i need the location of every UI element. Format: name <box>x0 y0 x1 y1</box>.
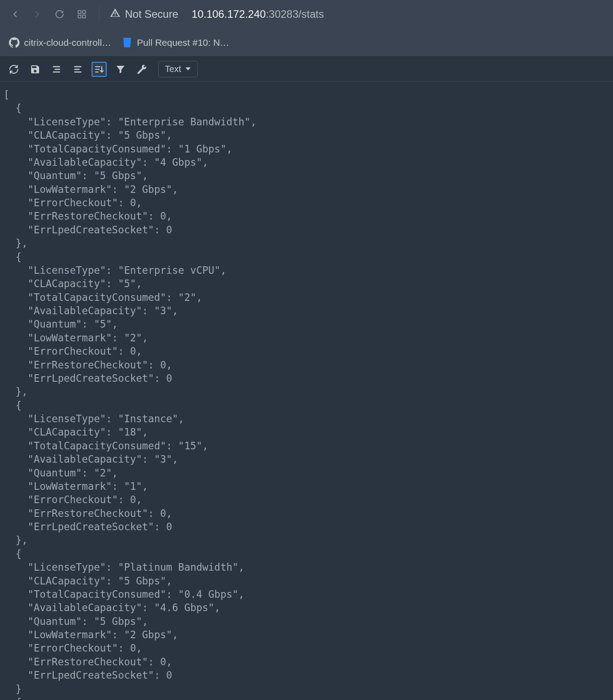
indent-left-icon[interactable] <box>70 62 85 77</box>
reload-button[interactable] <box>53 8 66 20</box>
url-port-path: :30283/stats <box>266 8 324 20</box>
security-label: Not Secure <box>125 8 178 20</box>
back-button[interactable] <box>9 8 21 20</box>
bitbucket-icon <box>122 37 132 48</box>
refresh-icon[interactable] <box>6 62 21 77</box>
chevron-down-icon <box>185 64 191 74</box>
save-icon[interactable] <box>28 62 43 77</box>
bookmark-label: citrix-cloud-controll… <box>24 37 111 48</box>
svg-rect-3 <box>83 15 85 18</box>
bookmarks-row: citrix-cloud-controll… Pull Request #10:… <box>0 28 613 57</box>
apps-grid-icon[interactable] <box>76 8 88 20</box>
url-text[interactable]: 10.106.172.240:30283/stats <box>192 8 324 20</box>
wrench-icon[interactable] <box>134 62 149 77</box>
svg-rect-2 <box>78 15 81 18</box>
github-icon <box>9 37 20 48</box>
format-dropdown[interactable]: Text <box>158 61 198 77</box>
sort-icon[interactable] <box>92 62 107 77</box>
svg-rect-0 <box>78 11 81 13</box>
json-content: [ { "LicenseType": "Enterprise Bandwidth… <box>0 82 613 700</box>
filter-icon[interactable] <box>113 62 128 77</box>
browser-chrome: Not Secure 10.106.172.240:30283/stats ci… <box>0 0 613 57</box>
toolbar-divider <box>99 6 99 22</box>
forward-button[interactable] <box>31 8 44 20</box>
indent-right-icon[interactable] <box>49 62 64 77</box>
bookmark-label: Pull Request #10: N… <box>137 37 229 48</box>
warning-icon <box>110 8 120 21</box>
address-bar-row: Not Secure 10.106.172.240:30283/stats <box>0 0 613 28</box>
url-host: 10.106.172.240 <box>192 8 266 20</box>
format-label: Text <box>165 64 181 74</box>
svg-rect-1 <box>83 11 85 13</box>
json-viewer-toolbar: Text <box>0 57 613 82</box>
bookmark-item-github[interactable]: citrix-cloud-controll… <box>9 37 111 48</box>
security-badge[interactable]: Not Secure <box>110 8 178 21</box>
bookmark-item-bitbucket[interactable]: Pull Request #10: N… <box>122 37 229 48</box>
